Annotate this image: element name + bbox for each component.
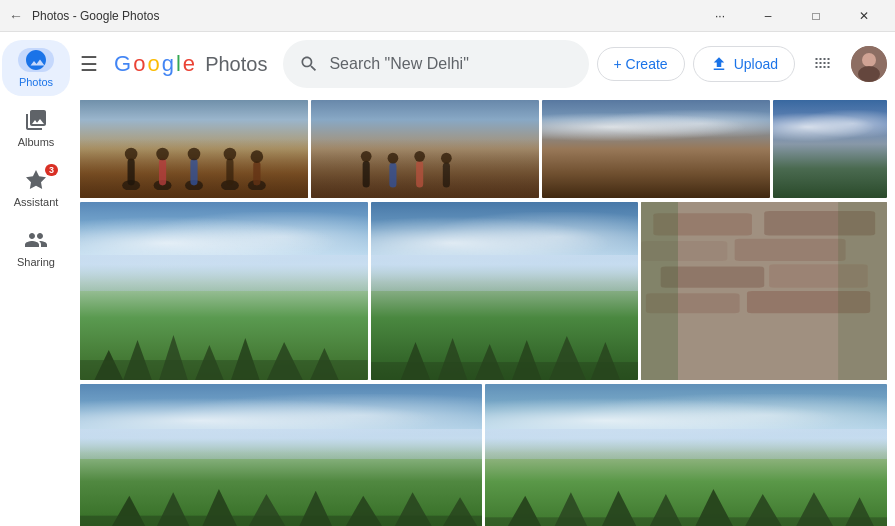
- sidebar-item-albums[interactable]: Albums: [2, 100, 70, 156]
- svg-rect-50: [641, 202, 678, 380]
- svg-rect-18: [363, 161, 370, 188]
- svg-rect-22: [416, 161, 423, 188]
- logo-o1: o: [133, 51, 145, 77]
- svg-point-11: [188, 148, 201, 161]
- people-silhouette: [91, 136, 296, 190]
- svg-point-25: [441, 153, 452, 164]
- sidebar-assistant-label: Assistant: [14, 196, 59, 208]
- sidebar-item-photos[interactable]: Photos: [2, 40, 70, 96]
- svg-rect-10: [190, 159, 197, 186]
- photos-icon-wrap: [18, 48, 54, 72]
- svg-rect-33: [80, 360, 368, 380]
- photo-grid: [72, 96, 895, 526]
- svg-point-23: [414, 151, 425, 162]
- avatar-image: [851, 46, 887, 82]
- titlebar-controls: ··· – □ ✕: [697, 0, 887, 32]
- maximize-icon: □: [812, 9, 819, 23]
- upload-icon: [710, 55, 728, 73]
- photo-row-3: [80, 384, 887, 526]
- svg-point-17: [251, 150, 264, 163]
- upload-label: Upload: [734, 56, 778, 72]
- svg-point-5: [125, 148, 138, 161]
- apps-icon: [811, 52, 835, 76]
- photo-row-2: [80, 202, 887, 380]
- photo-cell-3-1[interactable]: [80, 384, 482, 526]
- sidebar-albums-label: Albums: [18, 136, 55, 148]
- sidebar-photos-label: Photos: [19, 76, 53, 88]
- titlebar: ← Photos - Google Photos ··· – □ ✕: [0, 0, 895, 32]
- sidebar-item-assistant[interactable]: 3 Assistant: [2, 160, 70, 216]
- assistant-badge: 3: [45, 164, 58, 176]
- search-bar[interactable]: Search "New Delhi": [283, 40, 588, 88]
- sidebar: Photos Albums 3 Assistant: [0, 32, 72, 526]
- svg-point-1: [862, 53, 876, 67]
- svg-point-19: [361, 151, 372, 162]
- logo-e: e: [183, 51, 195, 77]
- avatar[interactable]: [851, 46, 887, 82]
- albums-icon: [24, 108, 48, 132]
- photo-cell-1-3[interactable]: [542, 100, 770, 198]
- sidebar-sharing-label: Sharing: [17, 256, 55, 268]
- svg-rect-20: [389, 163, 396, 188]
- photo-cell-1-2[interactable]: [311, 100, 539, 198]
- apps-button[interactable]: [803, 44, 843, 84]
- photo-cell-2-2[interactable]: [371, 202, 638, 380]
- svg-point-14: [224, 148, 237, 161]
- close-button[interactable]: ✕: [841, 0, 887, 32]
- tree-silhouette-3: [80, 459, 482, 526]
- svg-rect-51: [838, 202, 887, 380]
- photo-cell-2-3[interactable]: [641, 202, 887, 380]
- svg-rect-24: [443, 163, 450, 188]
- svg-rect-7: [159, 159, 166, 186]
- photo-cell-1-1[interactable]: [80, 100, 308, 198]
- people-silhouette-2: [328, 143, 522, 192]
- stone-texture: [641, 202, 887, 380]
- tree-silhouette-4: [485, 459, 887, 526]
- svg-rect-69: [485, 517, 887, 526]
- minimize-button[interactable]: –: [745, 0, 791, 32]
- titlebar-left: ← Photos - Google Photos: [8, 8, 159, 24]
- photos-icon: [24, 48, 48, 72]
- search-icon: [299, 54, 319, 74]
- photo-row-1: [80, 100, 887, 198]
- svg-rect-16: [253, 161, 260, 185]
- photo-cell-3-2[interactable]: [485, 384, 887, 526]
- svg-rect-60: [80, 516, 482, 526]
- header: ☰ Google Photos Search "New Delhi" + Cre…: [72, 32, 895, 96]
- sharing-icon-wrap: [18, 228, 54, 252]
- assistant-icon-wrap: 3: [18, 168, 54, 192]
- logo-o2: o: [147, 51, 159, 77]
- tree-silhouette-2: [371, 300, 638, 380]
- svg-rect-4: [128, 159, 135, 186]
- logo-g2: g: [162, 51, 174, 77]
- main-content: [72, 96, 895, 526]
- maximize-button[interactable]: □: [793, 0, 839, 32]
- logo-l: l: [176, 51, 181, 77]
- menu-icon: ☰: [80, 53, 98, 75]
- sidebar-item-sharing[interactable]: Sharing: [2, 220, 70, 276]
- logo-g: G: [114, 51, 131, 77]
- titlebar-title: Photos - Google Photos: [32, 9, 159, 23]
- menu-button[interactable]: ☰: [72, 44, 106, 84]
- photo-cell-2-1[interactable]: [80, 202, 368, 380]
- search-placeholder-text: Search "New Delhi": [329, 55, 572, 73]
- photo-cell-1-4[interactable]: [773, 100, 887, 198]
- upload-button[interactable]: Upload: [693, 46, 795, 82]
- svg-rect-13: [226, 159, 233, 186]
- right-area: ☰ Google Photos Search "New Delhi" + Cre…: [72, 32, 895, 526]
- close-icon: ✕: [859, 9, 869, 23]
- header-actions: + Create Upload: [597, 44, 887, 84]
- albums-icon-wrap: [18, 108, 54, 132]
- create-button[interactable]: + Create: [597, 47, 685, 81]
- more-icon: ···: [715, 9, 725, 23]
- svg-point-21: [388, 153, 399, 164]
- svg-rect-45: [734, 239, 845, 261]
- sharing-icon: [24, 228, 48, 252]
- more-button[interactable]: ···: [697, 0, 743, 32]
- back-button[interactable]: ←: [8, 8, 24, 24]
- svg-point-2: [858, 66, 880, 82]
- svg-point-8: [156, 148, 169, 161]
- create-label: + Create: [614, 56, 668, 72]
- minimize-icon: –: [765, 9, 772, 23]
- logo-photos-text: Photos: [205, 53, 267, 76]
